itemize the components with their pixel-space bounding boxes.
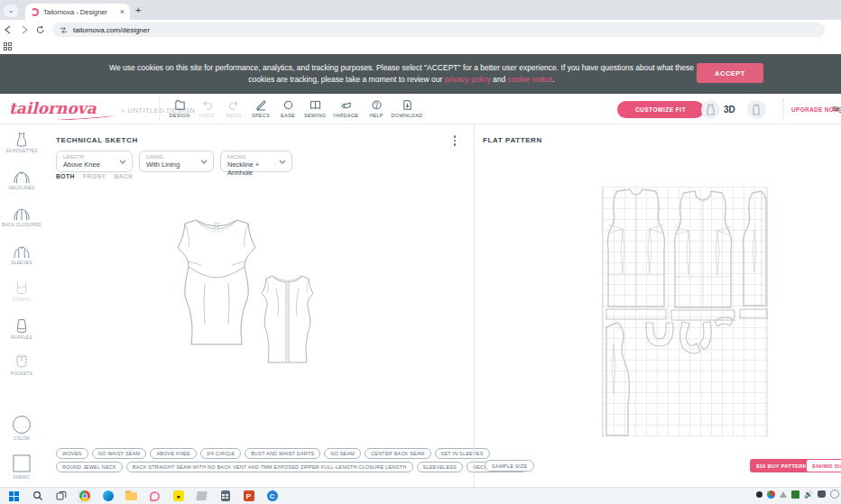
file-explorer-icon bbox=[125, 492, 137, 500]
signin-link[interactable]: Sig bbox=[832, 105, 841, 113]
taskbar-explorer-button[interactable] bbox=[125, 490, 138, 503]
new-tab-button[interactable]: + bbox=[135, 5, 141, 15]
mannequin-icon bbox=[706, 104, 716, 115]
sidebar-item-sleeves[interactable]: SLEEVES bbox=[0, 243, 43, 265]
url-text: tailornova.com/designer bbox=[73, 26, 150, 34]
silhouette-dress-icon bbox=[14, 132, 30, 147]
gpu-tray-icon[interactable] bbox=[791, 490, 799, 499]
back-closure-torso-icon bbox=[13, 206, 31, 221]
back-icon[interactable] bbox=[0, 22, 16, 38]
tailornova-logo[interactable]: tailornova bbox=[9, 99, 97, 117]
sidebar-item-silhouettes[interactable]: SILHOUETTES bbox=[0, 132, 43, 153]
site-settings-icon[interactable] bbox=[60, 26, 68, 34]
3d-mode-label[interactable]: 3D bbox=[724, 105, 735, 115]
volume-icon[interactable]: 🔊 bbox=[804, 490, 813, 499]
sidebar-item-necklines[interactable]: NECKLINES bbox=[0, 169, 43, 190]
facing-dropdown[interactable]: FACING Neckline + Armhole bbox=[220, 151, 292, 172]
design-tag: NO SEAM bbox=[324, 448, 361, 459]
tray-clipped-icon bbox=[830, 490, 839, 499]
browser-tabstrip: ⌄ Tailornova - Designer × + bbox=[0, 0, 841, 20]
design-tag: SLEEVELESS bbox=[417, 462, 463, 472]
design-sidebar: SILHOUETTES NECKLINES BACK CLOSURES SLEE… bbox=[0, 124, 43, 487]
sidebar-item-pockets[interactable]: POCKETS bbox=[0, 354, 43, 376]
taskbar-notes-button[interactable] bbox=[195, 490, 208, 503]
tab-both[interactable]: BOTH bbox=[56, 173, 75, 179]
task-view-icon bbox=[56, 490, 67, 501]
sidebar-item-color[interactable]: COLOR bbox=[0, 415, 43, 441]
sidebar-item-straps: STRAPS bbox=[0, 280, 43, 302]
powerpoint-icon: P bbox=[244, 490, 254, 501]
design-tag: ABOVE KNEE bbox=[150, 448, 196, 459]
taskbar-c-app-button[interactable]: C bbox=[265, 490, 279, 503]
design-tag: SET IN SLEEVES bbox=[435, 448, 490, 459]
taskbar-chrome-button[interactable] bbox=[78, 490, 91, 503]
reload-icon[interactable] bbox=[32, 22, 49, 38]
header-dotted-divider bbox=[783, 99, 784, 119]
tray-app-icon[interactable] bbox=[767, 490, 775, 499]
tray-misc-icon[interactable] bbox=[818, 490, 826, 498]
browser-tab[interactable]: Tailornova - Designer × bbox=[25, 4, 130, 20]
sample-size-button[interactable]: SAMPLE SIZE bbox=[485, 460, 534, 472]
design-tag: BUST AND WAIST DARTS bbox=[245, 448, 320, 459]
panel-menu-icon[interactable] bbox=[450, 135, 459, 146]
mannequin-view-button[interactable] bbox=[701, 100, 720, 119]
toolbar-specs-button[interactable]: SPECS bbox=[247, 96, 274, 118]
sidebar-item-ruffles[interactable]: RUFFLES bbox=[0, 318, 43, 340]
toolbar-download-button[interactable]: DOWNLOAD bbox=[390, 96, 424, 118]
sidebar-item-fabric[interactable]: FABRIC bbox=[0, 454, 43, 480]
design-tags-row1: WOVEN NO WAIST SEAM ABOVE KNEE 3/4 CIRCL… bbox=[56, 448, 490, 459]
toolbar-redo-button: REDO bbox=[220, 96, 247, 118]
accept-cookies-button[interactable]: ACCEPT bbox=[697, 63, 763, 83]
cookie-banner: We use cookies on this site for performa… bbox=[0, 54, 841, 94]
calculator-icon bbox=[221, 490, 230, 501]
start-button[interactable] bbox=[7, 490, 21, 503]
taskbar-edge-button[interactable] bbox=[101, 490, 115, 503]
lining-dropdown[interactable]: LINING With Lining bbox=[139, 151, 214, 172]
search-button[interactable] bbox=[31, 490, 44, 503]
toolbar-yardage-button[interactable]: YARDAGE bbox=[328, 96, 363, 118]
toolbar-design-button[interactable]: DESIGN bbox=[166, 96, 193, 118]
customize-fit-button[interactable]: CUSTOMIZE FIT bbox=[617, 101, 704, 118]
design-tag: CENTER BACK SEAM bbox=[365, 448, 430, 459]
toolbar-sewing-button[interactable]: SEWING bbox=[301, 96, 328, 118]
forward-icon[interactable] bbox=[16, 22, 32, 38]
taskbar-kakao-button[interactable]: ● bbox=[171, 490, 185, 503]
taskbar-powerpoint-button[interactable]: P bbox=[242, 490, 255, 503]
taskbar-pink-app-button[interactable] bbox=[148, 490, 162, 503]
pattern-piece-icon bbox=[752, 104, 762, 115]
open-book-icon bbox=[310, 99, 321, 111]
tab-front[interactable]: FRONT bbox=[83, 173, 106, 179]
redo-icon bbox=[228, 99, 240, 111]
fabric-square-icon bbox=[12, 454, 32, 473]
toolbar-help-button[interactable]: HELP bbox=[363, 96, 390, 118]
tab-back[interactable]: BACK bbox=[114, 173, 133, 179]
tailornova-favicon-icon bbox=[31, 8, 39, 16]
pattern-view-button[interactable] bbox=[747, 100, 766, 119]
url-bar[interactable]: tailornova.com/designer bbox=[52, 23, 825, 37]
flat-pattern-title: FLAT PATTERN bbox=[483, 136, 542, 144]
privacy-policy-link[interactable]: privacy policy bbox=[445, 75, 491, 84]
length-dropdown[interactable]: LENGTH Above Knee bbox=[56, 151, 133, 172]
task-view-button[interactable] bbox=[54, 490, 68, 503]
design-tags-row2: ROUND JEWEL NECK BACK STRAIGHT SEAM WITH… bbox=[56, 462, 527, 472]
buy-pattern-button[interactable]: $10 BUY PATTERN bbox=[750, 459, 813, 472]
tab-close-icon[interactable]: × bbox=[120, 8, 125, 16]
tab-search-button[interactable]: ⌄ bbox=[4, 5, 18, 17]
tab-title: Tailornova - Designer bbox=[43, 8, 116, 16]
search-icon bbox=[32, 490, 43, 501]
cookie-notice-link[interactable]: cookie notice bbox=[508, 75, 553, 84]
apps-grid-icon[interactable] bbox=[4, 42, 12, 50]
sketch-options: LENGTH Above Knee LINING With Lining FAC… bbox=[56, 151, 292, 172]
taskbar-calculator-button[interactable] bbox=[218, 490, 232, 503]
sidebar-item-back-closures[interactable]: BACK CLOSURES bbox=[0, 206, 43, 227]
browser-navbar: tailornova.com/designer bbox=[0, 20, 841, 40]
view-tabs: BOTH FRONT BACK bbox=[56, 173, 134, 179]
network-icon[interactable] bbox=[780, 491, 787, 498]
pocket-icon bbox=[14, 354, 30, 370]
design-tag: ROUND JEWEL NECK bbox=[56, 462, 123, 472]
subscribe-button[interactable]: $49/MO SUBS bbox=[806, 459, 841, 472]
tray-dot-icon[interactable] bbox=[756, 491, 762, 498]
c-app-icon: C bbox=[267, 490, 278, 501]
toolbar-ease-button[interactable]: EASE bbox=[274, 96, 301, 118]
app-header: tailornova > UNTITLED DESIGN DESIGN UNDO… bbox=[0, 94, 841, 124]
